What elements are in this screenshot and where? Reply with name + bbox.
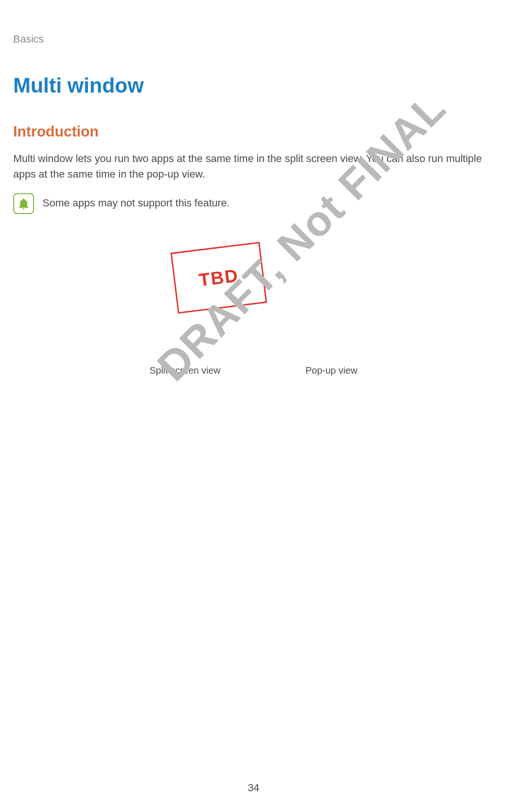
document-page: Basics Multi window Introduction Multi w… (0, 0, 507, 812)
note-text: Some apps may not support this feature. (43, 193, 230, 209)
caption-right: Pop-up view (306, 365, 358, 376)
tbd-label: TBD (198, 265, 240, 291)
tbd-placeholder: TBD (171, 242, 267, 314)
note-block: Some apps may not support this feature. (13, 193, 494, 214)
page-title: Multi window (13, 74, 494, 97)
breadcrumb: Basics (13, 33, 494, 45)
page-number: 34 (0, 782, 507, 794)
bell-icon (13, 193, 34, 214)
caption-left: Split screen view (149, 365, 220, 376)
body-paragraph: Multi window lets you run two apps at th… (13, 151, 494, 182)
section-subtitle: Introduction (13, 123, 494, 140)
figure-area: TBD Split screen view Pop-up view (13, 242, 494, 431)
figure-captions: Split screen view Pop-up view (13, 365, 494, 376)
